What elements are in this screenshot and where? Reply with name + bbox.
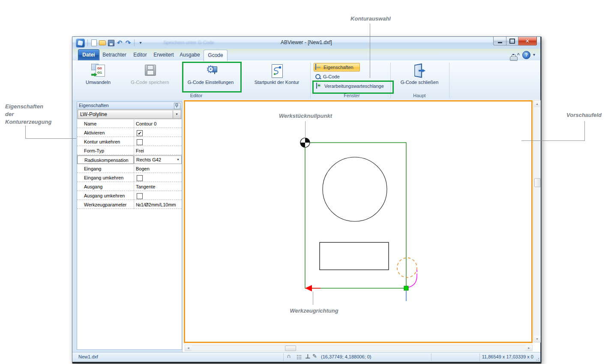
- gcode-window-button[interactable]: G-Code: [314, 72, 353, 81]
- snap-magnet-icon[interactable]: ∩: [287, 352, 291, 359]
- maximize-button[interactable]: [506, 37, 518, 45]
- chevron-down-icon[interactable]: ▾: [175, 156, 181, 164]
- gcode-speichern-button: G-Code speichern: [120, 63, 180, 91]
- svg-text:G1: G1: [97, 71, 102, 75]
- property-row-ausgang-umkehren[interactable]: Ausgang umkehren ✔: [77, 191, 182, 200]
- statusbar-separator: [479, 353, 480, 361]
- resize-grip[interactable]: [535, 356, 539, 361]
- panel-header[interactable]: Eigenschaften: [77, 102, 182, 109]
- ausgang-umkehren-checkbox[interactable]: ✔: [137, 193, 143, 199]
- pin-icon[interactable]: [174, 103, 180, 109]
- callout-eigenschaften-line3: Konturerzeugung: [5, 118, 51, 126]
- drawing-rectangle[interactable]: [320, 242, 389, 270]
- tab-editor[interactable]: Editor: [131, 50, 149, 60]
- chevron-down-icon[interactable]: ▾: [173, 110, 180, 118]
- statusbar-separator: [431, 353, 431, 361]
- contour-start-point-icon: [270, 64, 284, 78]
- preview-field[interactable]: Werkstücknullpunkt Werkzeugrichtung: [184, 100, 533, 343]
- window-controls: ✕: [493, 37, 537, 45]
- label-line-werkzeugrichtung: [313, 292, 313, 305]
- label-line-werkstuecknullpunkt: [305, 121, 305, 137]
- callout-line-konturauswahl: [370, 24, 370, 78]
- property-row-ausgang[interactable]: Ausgang Tangente: [77, 182, 182, 191]
- highlight-box-gcode-einstellungen: [182, 62, 242, 92]
- aktivieren-checkbox[interactable]: ✔: [137, 130, 143, 136]
- eigenschaften-toggle-button[interactable]: Eigenschaften: [314, 63, 360, 72]
- properties-panel: Eigenschaften LW-Polyline ▾ Name Contour…: [77, 101, 182, 350]
- scroll-up-icon[interactable]: ▲: [534, 101, 540, 107]
- umwandeln-button[interactable]: G0 G1 Umwandeln: [83, 63, 114, 91]
- group-label-haupt: Haupt: [398, 93, 441, 98]
- status-bar: New1.dxf ∩ ⊥ ✎ (16,37749; 4,188006; 0) 1…: [72, 352, 540, 362]
- callout-line-eigenschaften-h: [25, 138, 76, 139]
- horizontal-scroll-thumb[interactable]: [285, 346, 296, 351]
- tab-betrachter[interactable]: Betrachter: [102, 50, 127, 60]
- gcode-magnifier-icon: [315, 74, 321, 80]
- ribbon-group-separator: [449, 63, 449, 98]
- vertical-scroll-thumb[interactable]: [534, 178, 541, 187]
- callout-line-vorschaufeld-v: [584, 121, 585, 140]
- statusbar-coordinates: (16,37749; 4,188006; 0): [321, 354, 371, 359]
- kontur-umkehren-checkbox[interactable]: ✔: [137, 139, 143, 145]
- callout-konturauswahl: Konturauswahl: [345, 15, 396, 22]
- scroll-down-icon[interactable]: ▼: [534, 336, 540, 342]
- scroll-right-icon[interactable]: ►: [526, 345, 532, 351]
- help-icon[interactable]: ?: [522, 51, 530, 59]
- group-label-editor: Editor: [175, 93, 218, 98]
- scroll-left-icon[interactable]: ◄: [185, 345, 192, 351]
- horizontal-scrollbar[interactable]: ◄ ►: [185, 345, 533, 351]
- label-werkstuecknullpunkt: Werkstücknullpunkt: [269, 113, 342, 119]
- tab-datei[interactable]: Datei: [78, 49, 99, 61]
- tool-direction-arrow: [305, 285, 312, 292]
- close-button[interactable]: ✕: [518, 37, 537, 45]
- grid-icon[interactable]: [297, 355, 298, 356]
- title-bar[interactable]: ↶ ↷ ▾ Speichern unter G-Code ABViewer - …: [72, 37, 540, 49]
- pen-tool-icon[interactable]: ✎: [312, 353, 317, 359]
- content-area: Eigenschaften LW-Polyline ▾ Name Contour…: [72, 100, 540, 352]
- tool-circle: [397, 258, 417, 277]
- tab-ausgabe[interactable]: Ausgabe: [179, 50, 201, 60]
- contour-rectangle[interactable]: [305, 143, 406, 288]
- canvas-area: Werkstücknullpunkt Werkzeugrichtung ▲ ▼ …: [183, 100, 540, 352]
- help-caret-icon[interactable]: ▾: [533, 53, 535, 57]
- svg-text:G0: G0: [97, 66, 102, 70]
- label-werkzeugrichtung: Werkzeugrichtung: [280, 307, 348, 314]
- convert-gcode-icon: G0 G1: [91, 64, 105, 78]
- statusbar-dimensions: 11,86549 x 17,03339 x 0: [482, 354, 533, 359]
- radiuskompensation-dropdown[interactable]: Rechts G42 ▾: [134, 155, 182, 164]
- tab-gcode[interactable]: Gcode: [204, 50, 228, 61]
- entity-type-selector[interactable]: LW-Polyline ▾: [78, 110, 181, 119]
- property-row-eingang[interactable]: Eingang Bogen: [77, 164, 182, 173]
- property-row-aktivieren[interactable]: Aktivieren ✔: [77, 128, 182, 137]
- datum-symbol: [300, 138, 310, 147]
- callout-line-vorschaufeld-h: [521, 140, 585, 141]
- statusbar-filename: New1.dxf: [78, 354, 98, 359]
- vertical-scrollbar[interactable]: ▲ ▼: [533, 100, 541, 343]
- close-gcode-door-icon: [413, 64, 426, 78]
- lead-arc-magenta: [408, 276, 417, 287]
- minimize-button[interactable]: [493, 37, 506, 45]
- statusbar-separator: [283, 353, 284, 361]
- property-row-werkzeugparameter[interactable]: Werkzeugparameter №1/Ø2mm/L10mm: [77, 200, 182, 209]
- callout-eigenschaften-line2: der: [5, 110, 51, 118]
- gcode-schliessen-button[interactable]: G-Code schließen: [399, 63, 440, 91]
- tab-erweitert[interactable]: Erweitert: [153, 50, 175, 60]
- screenshot-stage: Konturauswahl Eigenschaften der Konturer…: [0, 0, 608, 364]
- save-gcode-icon: [143, 64, 157, 78]
- property-row-kontur-umkehren[interactable]: Kontur umkehren ✔: [77, 137, 182, 146]
- abviewer-window: ↶ ↷ ▾ Speichern unter G-Code ABViewer - …: [72, 36, 542, 364]
- eingang-umkehren-checkbox[interactable]: ✔: [137, 175, 143, 181]
- property-row-form-typ[interactable]: Form-Typ Frei: [77, 146, 182, 155]
- property-row-eingang-umkehren[interactable]: Eingang umkehren ✔: [77, 173, 182, 182]
- startpunkt-der-kontur-button[interactable]: Startpunkt der Kontur: [248, 63, 305, 91]
- ribbon: G0 G1 Umwandeln G-Code speichern ⚙ G-Cod…: [72, 60, 540, 100]
- drawing-circle[interactable]: [323, 157, 387, 221]
- property-row-radiuskompensation[interactable]: Radiuskompensation Rechts G42 ▾: [77, 155, 182, 164]
- properties-window-icon: [315, 64, 322, 70]
- start-point-handle[interactable]: [404, 286, 408, 290]
- ortho-icon[interactable]: ⊥: [305, 353, 311, 360]
- property-row-name[interactable]: Name Contour 0: [77, 119, 182, 128]
- callout-eigenschaften-konturerzeugung: Eigenschaften der Konturerzeugung: [5, 103, 51, 126]
- highlight-box-verarbeitungswarteschlange: [312, 81, 394, 94]
- callout-line-eigenschaften-v: [25, 125, 26, 138]
